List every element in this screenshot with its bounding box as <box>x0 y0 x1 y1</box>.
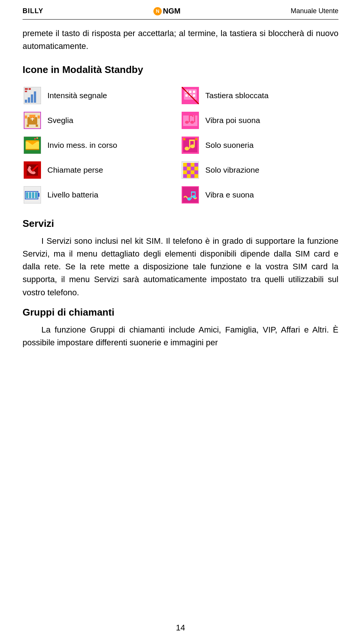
svg-rect-27 <box>36 137 38 139</box>
icons-left-column: Intensità segnale <box>23 83 180 207</box>
icon-row-solo-suoneria: Solo suoneria <box>180 133 338 158</box>
svg-rect-1 <box>25 100 27 103</box>
svg-rect-74 <box>194 170 198 174</box>
icon-batteria-label: Livello batteria <box>47 190 98 199</box>
svg-point-49 <box>185 121 189 124</box>
svg-rect-78 <box>194 174 198 178</box>
svg-point-81 <box>187 197 191 200</box>
svg-rect-35 <box>29 192 31 198</box>
icon-sveglia-wrapper <box>23 111 42 130</box>
icon-row-sveglia: Sveglia <box>23 108 180 133</box>
svg-rect-14 <box>38 115 40 118</box>
header-logo: N NGM <box>153 7 180 15</box>
servizi-section-title: Servizi <box>23 218 338 229</box>
svg-rect-57 <box>189 140 194 141</box>
svg-rect-42 <box>193 91 195 93</box>
svg-rect-12 <box>32 118 33 121</box>
svg-rect-50 <box>189 115 190 122</box>
svg-rect-75 <box>183 174 187 178</box>
svg-rect-26 <box>34 138 36 140</box>
icon-row-chiamate: Chiamate perse <box>23 158 180 182</box>
page-footer: 14 <box>0 623 361 633</box>
svg-rect-43 <box>185 94 188 97</box>
svg-rect-52 <box>194 115 195 122</box>
icon-vibra-suona2-wrapper <box>180 185 200 205</box>
tastiera-icon <box>182 87 199 104</box>
icon-row-vibra-suona: Vibra poi suona <box>180 108 338 133</box>
svg-rect-67 <box>183 167 187 170</box>
svg-rect-16 <box>36 125 38 127</box>
ngm-logo-text: NGM <box>163 7 180 15</box>
signal-icon <box>24 87 41 104</box>
svg-rect-77 <box>191 174 194 178</box>
svg-rect-72 <box>187 170 191 174</box>
svg-rect-15 <box>27 125 29 127</box>
svg-rect-70 <box>194 167 198 170</box>
svg-rect-3 <box>31 94 33 103</box>
svg-rect-45 <box>193 94 195 97</box>
icon-vibra-suona-wrapper <box>180 111 200 130</box>
icon-sveglia-label: Sveglia <box>47 116 73 125</box>
svg-point-51 <box>190 121 194 124</box>
icon-row-batteria: Livello batteria <box>23 182 180 207</box>
svg-rect-83 <box>191 191 195 193</box>
gruppi-section-title: Gruppi di chiamanti <box>23 307 338 318</box>
icon-invio-label: Invio mess. in corso <box>47 141 117 150</box>
svg-rect-37 <box>35 192 37 198</box>
svg-point-55 <box>185 147 189 150</box>
icon-signal-wrapper <box>23 86 42 105</box>
svg-rect-76 <box>187 174 191 178</box>
svg-rect-33 <box>38 193 39 197</box>
page: BILLY N NGM Manuale Utente premete il ta… <box>0 0 361 644</box>
svg-rect-48 <box>183 115 197 126</box>
svg-rect-71 <box>183 170 187 174</box>
intro-paragraph: premete il tasto di risposta per accetta… <box>23 27 338 53</box>
svg-rect-19 <box>24 112 24 129</box>
icon-solo-suoneria-label: Solo suoneria <box>205 141 253 150</box>
icon-vibra-suona-label: Vibra poi suona <box>205 116 260 125</box>
gruppi-paragraph: La funzione Gruppi di chiamanti include … <box>23 324 338 349</box>
svg-rect-2 <box>28 97 30 103</box>
icon-chiamate-wrapper <box>23 160 42 180</box>
sveglia-icon <box>24 112 41 129</box>
svg-rect-68 <box>187 167 191 170</box>
icon-tastiera-wrapper <box>180 86 200 105</box>
svg-rect-64 <box>187 163 191 167</box>
icon-row-signal: Intensità segnale <box>23 83 180 108</box>
solo-vibrazione-icon <box>182 161 199 179</box>
icon-signal-label: Intensità segnale <box>47 91 107 100</box>
icon-row-solo-vibrazione: Solo vibrazione <box>180 158 338 182</box>
icons-grid: Intensità segnale <box>23 83 338 207</box>
svg-rect-59 <box>194 140 195 146</box>
svg-rect-13 <box>25 115 27 118</box>
icon-row-tastiera: Tastiera sbloccata <box>180 83 338 108</box>
svg-rect-85 <box>195 191 196 197</box>
icon-chiamate-label: Chiamate perse <box>47 166 103 175</box>
icon-vibra-e-suona-label: Vibra e suona <box>205 190 254 199</box>
svg-rect-4 <box>34 91 36 103</box>
svg-rect-73 <box>191 170 194 174</box>
svg-rect-34 <box>26 192 28 198</box>
icon-row-vibra-suona2: Vibra e suona <box>180 182 338 207</box>
icon-row-invio: Invio mess. in corso <box>23 133 180 158</box>
header-brand-left: BILLY <box>23 7 43 15</box>
batteria-icon <box>24 186 41 204</box>
svg-rect-41 <box>189 91 191 93</box>
vibra-e-suona-icon <box>182 186 199 204</box>
svg-rect-5 <box>25 88 28 90</box>
page-number: 14 <box>176 623 185 632</box>
ngm-logo-circle: N <box>153 7 162 15</box>
icon-invio-wrapper <box>23 135 42 155</box>
svg-rect-20 <box>40 112 41 129</box>
icon-solo-suoneria-wrapper <box>180 135 200 155</box>
svg-rect-17 <box>24 112 41 112</box>
svg-rect-6 <box>29 88 31 90</box>
icon-tastiera-label: Tastiera sbloccata <box>205 91 268 100</box>
icon-solo-vibrazione-label: Solo vibrazione <box>205 166 259 175</box>
svg-rect-63 <box>183 163 187 167</box>
servizi-paragraph: I Servizi sono inclusi nel kit SIM. Il t… <box>23 235 338 299</box>
svg-rect-69 <box>191 167 194 170</box>
header-manual-label: Manuale Utente <box>291 7 338 15</box>
icons-right-column: Tastiera sbloccata <box>180 83 338 207</box>
chiamate-icon <box>24 161 41 179</box>
